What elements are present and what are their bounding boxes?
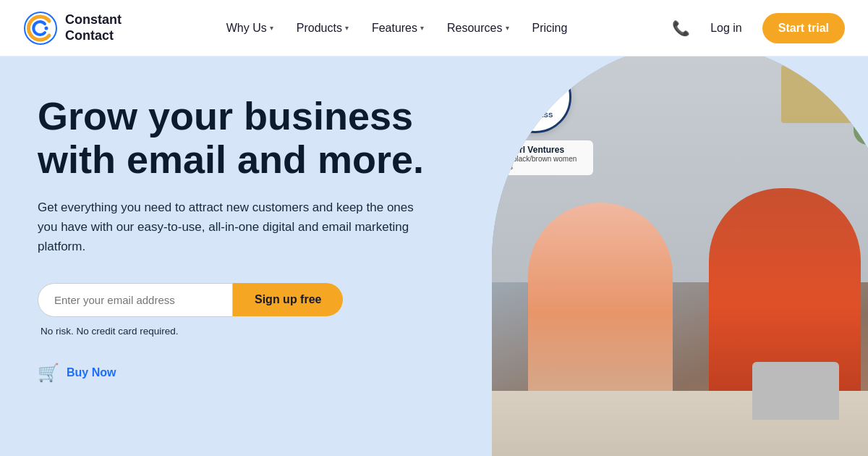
svg-point-1 bbox=[45, 26, 48, 30]
badge-caption: Black Girl Ventures Funding black/brown … bbox=[492, 140, 593, 175]
site-header: Constant Contact Why Us ▾ Products ▾ Fea… bbox=[0, 0, 868, 56]
nav-resources[interactable]: Resources ▾ bbox=[437, 16, 519, 41]
logo[interactable]: Constant Contact bbox=[23, 11, 122, 46]
login-button[interactable]: Log in bbox=[703, 16, 749, 41]
chevron-down-icon: ▾ bbox=[506, 24, 509, 32]
hero-image-area: Celebrating 🐾 SMALL BUSINESS Black Girl … bbox=[477, 56, 868, 456]
badge-top-text: Celebrating bbox=[519, 75, 551, 82]
laptop bbox=[752, 362, 839, 420]
no-risk-text: No risk. No credit card required. bbox=[41, 326, 443, 337]
nav-why-us[interactable]: Why Us ▾ bbox=[216, 16, 284, 41]
hero-photo-circle: Celebrating 🐾 SMALL BUSINESS Black Girl … bbox=[492, 56, 868, 456]
wall-frame bbox=[781, 65, 854, 123]
start-trial-button[interactable]: Start trial bbox=[762, 13, 845, 43]
badge-icon: 🐾 bbox=[526, 83, 545, 102]
badge-main-text: SMALL BUSINESS bbox=[507, 104, 563, 119]
logo-text: Constant Contact bbox=[65, 12, 122, 43]
buy-now-label: Buy Now bbox=[67, 366, 116, 379]
header-actions: 📞 Log in Start trial bbox=[672, 13, 845, 43]
nav-features[interactable]: Features ▾ bbox=[362, 16, 434, 41]
logo-icon bbox=[23, 11, 58, 46]
company-desc: Funding black/brown women founders bbox=[492, 155, 586, 171]
signup-button[interactable]: Sign up free bbox=[233, 283, 343, 316]
hero-subtext: Get everything you need to attract new c… bbox=[38, 198, 414, 257]
nav-pricing[interactable]: Pricing bbox=[522, 16, 578, 41]
company-name: Black Girl Ventures bbox=[492, 145, 586, 155]
plant-decoration bbox=[854, 58, 868, 145]
email-signup-form: Sign up free bbox=[38, 283, 443, 317]
email-input[interactable] bbox=[38, 283, 233, 317]
cart-icon: 🛒 bbox=[38, 363, 59, 383]
nav-products[interactable]: Products ▾ bbox=[286, 16, 359, 41]
phone-icon[interactable]: 📞 bbox=[672, 20, 690, 37]
small-business-badge: Celebrating 🐾 SMALL BUSINESS bbox=[499, 61, 571, 133]
buy-now-link[interactable]: 🛒 Buy Now bbox=[38, 363, 443, 383]
chevron-down-icon: ▾ bbox=[270, 24, 273, 32]
chevron-down-icon: ▾ bbox=[420, 24, 424, 32]
badge-overlay: Celebrating 🐾 SMALL BUSINESS Black Girl … bbox=[492, 61, 593, 175]
chevron-down-icon: ▾ bbox=[345, 24, 349, 32]
hero-content: Grow your business with email and more. … bbox=[0, 56, 477, 456]
hero-section: Grow your business with email and more. … bbox=[0, 56, 868, 456]
main-nav: Why Us ▾ Products ▾ Features ▾ Resources… bbox=[216, 16, 578, 41]
hero-headline: Grow your business with email and more. bbox=[38, 94, 443, 182]
